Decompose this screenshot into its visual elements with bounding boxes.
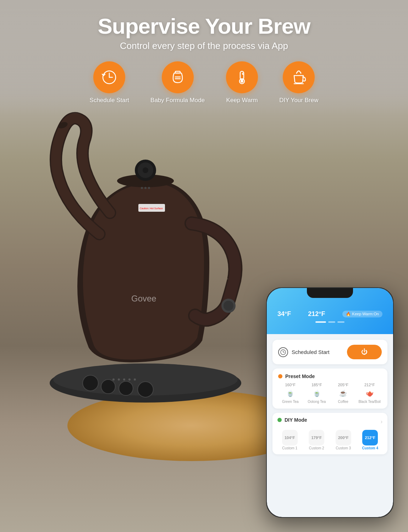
coffee-temp: 205°F [338, 383, 348, 387]
diy-title-row: DIY Mode › [277, 417, 382, 426]
green-tea-icon: 🍵 [285, 388, 296, 399]
diy-custom-1[interactable]: 104°F Custom 1 [277, 430, 302, 450]
feature-keep-warm: Keep Warm [226, 61, 258, 104]
preset-mode-card: Preset Mode 160°F 🍵 Green Tea 185°F 🍵 Oo… [272, 368, 387, 409]
svg-point-21 [123, 378, 125, 381]
diy-custom-3[interactable]: 200°F Custom 3 [331, 430, 356, 450]
feature-schedule-start: Schedule Start [90, 61, 129, 104]
keep-warm-badge-text: Keep Warm:On [352, 312, 379, 316]
black-tea-icon: 🫖 [364, 388, 375, 399]
svg-point-19 [112, 378, 115, 381]
svg-point-26 [224, 301, 233, 311]
bottle-icon [169, 68, 187, 86]
black-tea-name: Black Tea/Boil [358, 400, 381, 404]
svg-point-35 [144, 187, 147, 189]
svg-text:Govee: Govee [131, 294, 156, 303]
keep-warm-badge: 🔥 Keep Warm:On [342, 311, 382, 317]
svg-point-15 [83, 375, 98, 391]
cup-icon [290, 68, 308, 86]
custom2-name: Custom 2 [309, 446, 324, 450]
svg-point-23 [134, 378, 136, 381]
oolong-tea-icon: 🍵 [311, 388, 322, 399]
phone-notch [307, 288, 353, 298]
clock-icon [100, 68, 118, 86]
feature-baby-formula: Baby Formula Mode [150, 61, 205, 104]
diy-brew-label: DIY Your Brew [279, 97, 318, 104]
svg-point-20 [118, 378, 120, 381]
diy-brew-icon-circle [283, 61, 315, 93]
svg-point-30 [143, 167, 148, 173]
schedule-icon-circle [93, 61, 125, 93]
custom4-temp: 212°F [362, 430, 378, 445]
scheduled-start-card[interactable]: Scheduled Start ⏻ [272, 340, 387, 364]
oolong-tea-temp: 185°F [311, 383, 322, 387]
keep-warm-icon-circle [226, 61, 258, 93]
feature-diy-brew: DIY Your Brew [279, 61, 318, 104]
oolong-tea-name: Oolong Tea [308, 400, 326, 404]
current-temp: 34°F [277, 310, 291, 318]
svg-point-10 [241, 80, 243, 83]
svg-text:Caution: Hot Surface: Caution: Hot Surface [140, 207, 163, 210]
baby-formula-label: Baby Formula Mode [150, 97, 205, 104]
custom2-temp: 179°F [309, 430, 324, 445]
preset-dot [278, 374, 282, 378]
target-temp: 212°F [308, 310, 325, 318]
diy-mode-label: DIY Mode [285, 417, 307, 423]
svg-point-16 [101, 379, 115, 394]
custom1-temp: 104°F [282, 430, 298, 445]
diy-dot [277, 418, 282, 422]
baby-formula-icon-circle [162, 61, 194, 93]
preset-mode-label: Preset Mode [285, 373, 315, 379]
keep-warm-label: Keep Warm [226, 97, 258, 104]
coffee-name: Coffee [338, 400, 348, 404]
phone-content: Scheduled Start ⏻ Preset Mode 160°F 🍵 Gr… [267, 334, 393, 454]
scheduled-start-row: Scheduled Start ⏻ [278, 345, 382, 359]
custom1-name: Custom 1 [282, 446, 297, 450]
chevron-right-icon[interactable]: › [381, 419, 382, 425]
thermometer-icon [233, 68, 251, 86]
phone-mockup: 34°F 212°F 🔥 Keep Warm:On [266, 287, 394, 518]
svg-point-18 [138, 382, 153, 397]
diy-mode-section: DIY Mode › 104°F Custom 1 179°F Custom 2… [272, 413, 387, 454]
svg-point-34 [141, 187, 143, 189]
green-tea-name: Green Tea [282, 400, 299, 404]
diy-mode-title: DIY Mode [277, 417, 307, 423]
preset-grid: 160°F 🍵 Green Tea 185°F 🍵 Oolong Tea 205… [278, 383, 382, 404]
custom3-temp: 200°F [336, 430, 351, 445]
schedule-start-label: Schedule Start [90, 97, 129, 104]
temp-row: 34°F 212°F 🔥 Keep Warm:On [267, 310, 393, 318]
phone-screen: 34°F 212°F 🔥 Keep Warm:On [267, 288, 393, 517]
kettle-area: Govee Caution: Hot Surface [28, 99, 277, 419]
page-title: Supervise Your Brew [0, 14, 408, 38]
preset-green-tea[interactable]: 160°F 🍵 Green Tea [278, 383, 303, 404]
diy-grid: 104°F Custom 1 179°F Custom 2 200°F Cust… [277, 430, 382, 450]
preset-oolong-tea[interactable]: 185°F 🍵 Oolong Tea [305, 383, 329, 404]
preset-coffee[interactable]: 205°F ☕ Coffee [331, 383, 355, 404]
features-row: Schedule Start Baby Formula Mode [0, 61, 408, 104]
scheduled-start-text: Scheduled Start [292, 349, 330, 355]
svg-point-22 [128, 378, 131, 381]
scheduled-start-label-group: Scheduled Start [278, 347, 330, 357]
flame-icon: 🔥 [346, 312, 351, 316]
clock-icon-small [278, 347, 288, 357]
coffee-icon: ☕ [337, 388, 349, 399]
preset-mode-title: Preset Mode [278, 373, 382, 379]
green-tea-temp: 160°F [285, 383, 296, 387]
power-button[interactable]: ⏻ [347, 345, 382, 359]
preset-black-tea[interactable]: 212°F 🫖 Black Tea/Boil [358, 383, 382, 404]
svg-point-17 [119, 381, 133, 395]
black-tea-temp: 212°F [364, 383, 375, 387]
page-subtitle: Control every step of the process via Ap… [0, 40, 408, 51]
header-section: Supervise Your Brew Control every step o… [0, 0, 408, 115]
diy-custom-4[interactable]: 212°F Custom 4 [358, 430, 383, 450]
svg-point-11 [242, 73, 244, 74]
diy-custom-2[interactable]: 179°F Custom 2 [304, 430, 329, 450]
svg-point-36 [148, 187, 150, 189]
custom4-name: Custom 4 [362, 446, 378, 450]
kettle-svg: Govee Caution: Hot Surface [28, 99, 277, 419]
custom3-name: Custom 3 [336, 446, 351, 450]
